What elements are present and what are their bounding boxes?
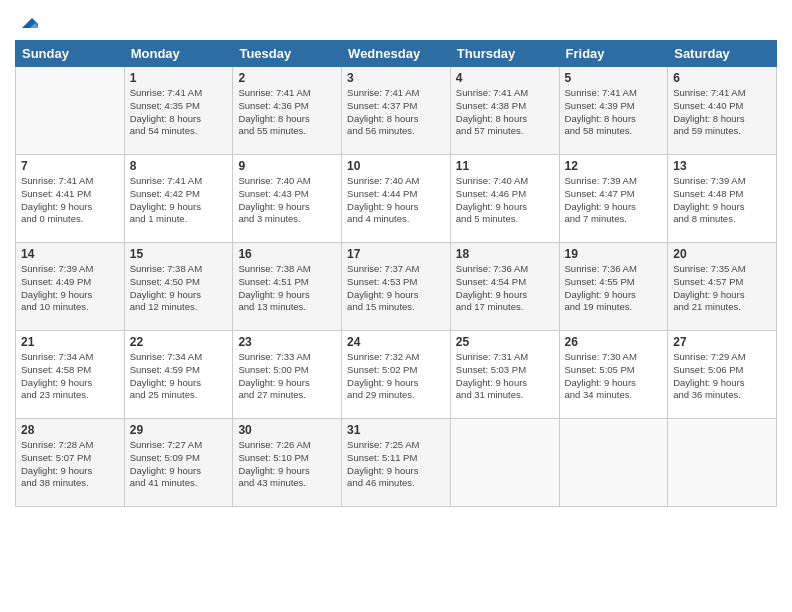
calendar-cell: 17Sunrise: 7:37 AMSunset: 4:53 PMDayligh…	[342, 243, 451, 331]
calendar-cell: 1Sunrise: 7:41 AMSunset: 4:35 PMDaylight…	[124, 67, 233, 155]
day-number: 12	[565, 159, 663, 173]
cell-content: Sunrise: 7:40 AMSunset: 4:44 PMDaylight:…	[347, 175, 445, 226]
day-number: 27	[673, 335, 771, 349]
logo-text	[15, 10, 39, 32]
day-number: 10	[347, 159, 445, 173]
page: SundayMondayTuesdayWednesdayThursdayFrid…	[0, 0, 792, 612]
day-number: 8	[130, 159, 228, 173]
day-number: 21	[21, 335, 119, 349]
calendar-cell: 4Sunrise: 7:41 AMSunset: 4:38 PMDaylight…	[450, 67, 559, 155]
cell-content: Sunrise: 7:39 AMSunset: 4:49 PMDaylight:…	[21, 263, 119, 314]
calendar-cell: 21Sunrise: 7:34 AMSunset: 4:58 PMDayligh…	[16, 331, 125, 419]
calendar-cell: 16Sunrise: 7:38 AMSunset: 4:51 PMDayligh…	[233, 243, 342, 331]
calendar-cell: 12Sunrise: 7:39 AMSunset: 4:47 PMDayligh…	[559, 155, 668, 243]
cell-content: Sunrise: 7:35 AMSunset: 4:57 PMDaylight:…	[673, 263, 771, 314]
calendar-cell: 29Sunrise: 7:27 AMSunset: 5:09 PMDayligh…	[124, 419, 233, 507]
week-row: 21Sunrise: 7:34 AMSunset: 4:58 PMDayligh…	[16, 331, 777, 419]
cell-content: Sunrise: 7:36 AMSunset: 4:55 PMDaylight:…	[565, 263, 663, 314]
cell-content: Sunrise: 7:41 AMSunset: 4:37 PMDaylight:…	[347, 87, 445, 138]
calendar-cell: 14Sunrise: 7:39 AMSunset: 4:49 PMDayligh…	[16, 243, 125, 331]
cell-content: Sunrise: 7:41 AMSunset: 4:40 PMDaylight:…	[673, 87, 771, 138]
day-number: 1	[130, 71, 228, 85]
cell-content: Sunrise: 7:40 AMSunset: 4:43 PMDaylight:…	[238, 175, 336, 226]
week-row: 28Sunrise: 7:28 AMSunset: 5:07 PMDayligh…	[16, 419, 777, 507]
calendar-cell: 6Sunrise: 7:41 AMSunset: 4:40 PMDaylight…	[668, 67, 777, 155]
calendar-cell: 8Sunrise: 7:41 AMSunset: 4:42 PMDaylight…	[124, 155, 233, 243]
cell-content: Sunrise: 7:27 AMSunset: 5:09 PMDaylight:…	[130, 439, 228, 490]
cell-content: Sunrise: 7:38 AMSunset: 4:50 PMDaylight:…	[130, 263, 228, 314]
day-number: 24	[347, 335, 445, 349]
day-number: 11	[456, 159, 554, 173]
calendar-cell	[450, 419, 559, 507]
calendar-cell: 7Sunrise: 7:41 AMSunset: 4:41 PMDaylight…	[16, 155, 125, 243]
cell-content: Sunrise: 7:33 AMSunset: 5:00 PMDaylight:…	[238, 351, 336, 402]
calendar-cell: 26Sunrise: 7:30 AMSunset: 5:05 PMDayligh…	[559, 331, 668, 419]
calendar-cell: 30Sunrise: 7:26 AMSunset: 5:10 PMDayligh…	[233, 419, 342, 507]
calendar-cell: 27Sunrise: 7:29 AMSunset: 5:06 PMDayligh…	[668, 331, 777, 419]
day-number: 14	[21, 247, 119, 261]
cell-content: Sunrise: 7:41 AMSunset: 4:36 PMDaylight:…	[238, 87, 336, 138]
header-day: Tuesday	[233, 41, 342, 67]
week-row: 1Sunrise: 7:41 AMSunset: 4:35 PMDaylight…	[16, 67, 777, 155]
cell-content: Sunrise: 7:32 AMSunset: 5:02 PMDaylight:…	[347, 351, 445, 402]
day-number: 13	[673, 159, 771, 173]
cell-content: Sunrise: 7:34 AMSunset: 4:58 PMDaylight:…	[21, 351, 119, 402]
week-row: 14Sunrise: 7:39 AMSunset: 4:49 PMDayligh…	[16, 243, 777, 331]
day-number: 5	[565, 71, 663, 85]
day-number: 4	[456, 71, 554, 85]
header-day: Thursday	[450, 41, 559, 67]
day-number: 28	[21, 423, 119, 437]
cell-content: Sunrise: 7:41 AMSunset: 4:41 PMDaylight:…	[21, 175, 119, 226]
cell-content: Sunrise: 7:37 AMSunset: 4:53 PMDaylight:…	[347, 263, 445, 314]
calendar-cell: 31Sunrise: 7:25 AMSunset: 5:11 PMDayligh…	[342, 419, 451, 507]
cell-content: Sunrise: 7:28 AMSunset: 5:07 PMDaylight:…	[21, 439, 119, 490]
calendar-cell: 11Sunrise: 7:40 AMSunset: 4:46 PMDayligh…	[450, 155, 559, 243]
day-number: 26	[565, 335, 663, 349]
header-day: Sunday	[16, 41, 125, 67]
cell-content: Sunrise: 7:41 AMSunset: 4:39 PMDaylight:…	[565, 87, 663, 138]
logo	[15, 10, 39, 32]
calendar-cell: 22Sunrise: 7:34 AMSunset: 4:59 PMDayligh…	[124, 331, 233, 419]
cell-content: Sunrise: 7:34 AMSunset: 4:59 PMDaylight:…	[130, 351, 228, 402]
day-number: 3	[347, 71, 445, 85]
day-number: 25	[456, 335, 554, 349]
day-number: 29	[130, 423, 228, 437]
calendar-cell: 13Sunrise: 7:39 AMSunset: 4:48 PMDayligh…	[668, 155, 777, 243]
logo-icon	[16, 10, 38, 32]
day-number: 15	[130, 247, 228, 261]
header-day: Saturday	[668, 41, 777, 67]
day-number: 7	[21, 159, 119, 173]
calendar-cell: 18Sunrise: 7:36 AMSunset: 4:54 PMDayligh…	[450, 243, 559, 331]
calendar-cell	[559, 419, 668, 507]
day-number: 30	[238, 423, 336, 437]
cell-content: Sunrise: 7:31 AMSunset: 5:03 PMDaylight:…	[456, 351, 554, 402]
header-day: Wednesday	[342, 41, 451, 67]
cell-content: Sunrise: 7:39 AMSunset: 4:48 PMDaylight:…	[673, 175, 771, 226]
cell-content: Sunrise: 7:38 AMSunset: 4:51 PMDaylight:…	[238, 263, 336, 314]
day-number: 6	[673, 71, 771, 85]
cell-content: Sunrise: 7:29 AMSunset: 5:06 PMDaylight:…	[673, 351, 771, 402]
day-number: 20	[673, 247, 771, 261]
cell-content: Sunrise: 7:36 AMSunset: 4:54 PMDaylight:…	[456, 263, 554, 314]
calendar-cell: 5Sunrise: 7:41 AMSunset: 4:39 PMDaylight…	[559, 67, 668, 155]
calendar-cell: 20Sunrise: 7:35 AMSunset: 4:57 PMDayligh…	[668, 243, 777, 331]
calendar-cell: 15Sunrise: 7:38 AMSunset: 4:50 PMDayligh…	[124, 243, 233, 331]
cell-content: Sunrise: 7:41 AMSunset: 4:35 PMDaylight:…	[130, 87, 228, 138]
day-number: 16	[238, 247, 336, 261]
week-row: 7Sunrise: 7:41 AMSunset: 4:41 PMDaylight…	[16, 155, 777, 243]
calendar-table: SundayMondayTuesdayWednesdayThursdayFrid…	[15, 40, 777, 507]
day-number: 9	[238, 159, 336, 173]
cell-content: Sunrise: 7:30 AMSunset: 5:05 PMDaylight:…	[565, 351, 663, 402]
calendar-cell: 19Sunrise: 7:36 AMSunset: 4:55 PMDayligh…	[559, 243, 668, 331]
header-day: Friday	[559, 41, 668, 67]
day-number: 18	[456, 247, 554, 261]
calendar-cell: 23Sunrise: 7:33 AMSunset: 5:00 PMDayligh…	[233, 331, 342, 419]
day-number: 31	[347, 423, 445, 437]
cell-content: Sunrise: 7:26 AMSunset: 5:10 PMDaylight:…	[238, 439, 336, 490]
cell-content: Sunrise: 7:41 AMSunset: 4:42 PMDaylight:…	[130, 175, 228, 226]
day-number: 2	[238, 71, 336, 85]
cell-content: Sunrise: 7:41 AMSunset: 4:38 PMDaylight:…	[456, 87, 554, 138]
calendar-cell	[668, 419, 777, 507]
day-number: 19	[565, 247, 663, 261]
calendar-cell: 9Sunrise: 7:40 AMSunset: 4:43 PMDaylight…	[233, 155, 342, 243]
